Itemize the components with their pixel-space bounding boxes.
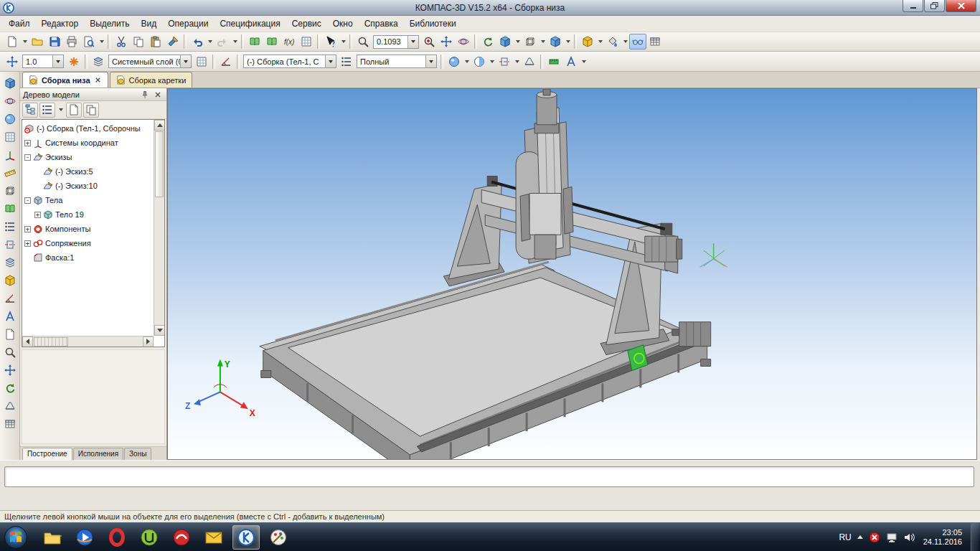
minimize-button[interactable] (903, 0, 923, 12)
zoom-scale-dropdown-icon[interactable] (407, 36, 418, 48)
undo-button[interactable] (189, 34, 206, 50)
orientation-sphere-button[interactable] (446, 54, 463, 70)
print-preview-button[interactable] (80, 34, 98, 50)
language-indicator[interactable]: RU (839, 532, 851, 542)
context-help-dropdown[interactable] (339, 34, 347, 50)
annotation-dropdown[interactable] (580, 54, 588, 70)
compact-arrays-button[interactable] (1, 128, 19, 145)
tree-item-assembly-root[interactable]: (-) Сборка (Тел-1, Сборочны (22, 121, 154, 136)
tree-item-sketch-10[interactable]: (-) Эскиз:10 (22, 179, 154, 193)
copy-button[interactable] (130, 34, 147, 50)
quick-measure-button[interactable] (545, 54, 562, 70)
model-appearance-button[interactable] (579, 34, 596, 50)
tree-horizontal-scrollbar[interactable] (22, 336, 154, 347)
open-document-button[interactable] (29, 34, 46, 50)
close-button[interactable] (946, 0, 976, 12)
annotation-button[interactable] (562, 54, 580, 70)
compact-specification-button[interactable] (1, 200, 19, 217)
compact-refresh-button[interactable] (1, 380, 19, 396)
compact-filters-button[interactable] (1, 182, 19, 199)
current-layer-dropdown-icon[interactable] (180, 55, 191, 67)
fill-color-dropdown[interactable] (621, 34, 629, 50)
context-help-button[interactable] (322, 34, 339, 50)
model-appearance-dropdown[interactable] (596, 34, 604, 50)
menu-file[interactable]: Файл (3, 17, 36, 31)
utorrent-taskbar-button[interactable] (136, 525, 163, 550)
cnc-machine-model[interactable] (260, 89, 711, 459)
fill-color-button[interactable] (604, 34, 621, 50)
spec-objects-button[interactable] (263, 34, 281, 50)
tree-item-coordinate-systems[interactable]: + Системы координат (22, 136, 154, 150)
refresh-image-button[interactable] (479, 34, 496, 50)
scroll-up-icon[interactable] (154, 120, 165, 131)
compact-dimensions-button[interactable] (1, 290, 19, 306)
compact-reports-button[interactable] (1, 218, 19, 235)
aimp-taskbar-button[interactable] (168, 525, 195, 550)
zoom-scale-combo[interactable]: 0.1093 (373, 35, 419, 49)
close-panel-button[interactable] (152, 89, 164, 100)
network-icon[interactable] (886, 532, 897, 543)
undo-dropdown[interactable] (206, 34, 214, 50)
start-button[interactable] (0, 523, 32, 551)
display-wireframe-dropdown[interactable] (539, 34, 547, 50)
layers-button[interactable] (90, 54, 107, 70)
compact-sketch-button[interactable] (1, 326, 19, 342)
angle-snap-button[interactable] (217, 54, 235, 70)
detail-level-dropdown-icon[interactable] (425, 55, 436, 67)
variables-table-button[interactable] (298, 34, 315, 50)
kompas-taskbar-button[interactable] (232, 525, 260, 550)
compact-edit-assembly-button[interactable] (1, 75, 19, 91)
spreadsheet-button[interactable] (646, 34, 664, 50)
display-wireframe-button[interactable] (522, 34, 539, 50)
menu-specification[interactable]: Спецификация (214, 17, 286, 31)
new-document-button[interactable] (4, 34, 21, 50)
menu-service[interactable]: Сервис (286, 17, 327, 31)
menu-view[interactable]: Вид (136, 17, 163, 31)
mail-taskbar-button[interactable] (200, 525, 227, 550)
tab-construction[interactable]: Построение (22, 448, 72, 460)
opera-taskbar-button[interactable] (103, 525, 131, 550)
section-view-dropdown[interactable] (513, 54, 521, 70)
media-player-taskbar-button[interactable] (71, 525, 98, 550)
compact-zoom-button[interactable] (1, 344, 19, 360)
compact-designations-button[interactable] (1, 308, 19, 324)
action-center-alert-icon[interactable] (869, 532, 880, 543)
orientation-dropdown[interactable] (514, 34, 522, 50)
tab-sborka-karetki[interactable]: Сборка каретки (110, 72, 193, 88)
tree-item-components[interactable]: + Компоненты (22, 222, 154, 236)
edited-object-dropdown-icon[interactable] (325, 55, 336, 67)
compact-spatial-curves-button[interactable] (1, 93, 19, 109)
compact-pan-button[interactable] (1, 362, 19, 378)
menu-edit[interactable]: Редактор (36, 17, 85, 31)
scroll-down-icon[interactable] (154, 325, 165, 336)
explorer-taskbar-button[interactable] (39, 525, 66, 550)
redo-dropdown[interactable] (231, 34, 239, 50)
print-preview-dropdown[interactable] (98, 34, 105, 50)
tree-item-body-19[interactable]: + Тело 19 (22, 207, 154, 222)
expander-icon[interactable]: + (24, 240, 31, 247)
expander-icon[interactable]: + (24, 226, 31, 232)
menu-help[interactable]: Справка (359, 17, 404, 31)
volume-icon[interactable] (903, 532, 915, 543)
display-shaded-button[interactable] (547, 34, 564, 50)
menu-select[interactable]: Выделить (84, 17, 135, 31)
tree-composition-button[interactable] (39, 103, 55, 118)
cursor-step-dropdown-icon[interactable] (52, 55, 63, 67)
layers-manage-button[interactable] (193, 54, 210, 70)
objects-list-button[interactable] (338, 54, 355, 70)
tree-item-sketch-5[interactable]: (-) Эскиз:5 (22, 164, 154, 179)
settings-button[interactable] (65, 54, 83, 70)
compact-auxiliary-geometry-button[interactable] (1, 146, 19, 163)
horizontal-scroll-thumb[interactable] (34, 337, 68, 347)
pin-panel-button[interactable] (139, 89, 151, 100)
compact-moldings-button[interactable] (1, 272, 19, 288)
compact-sheet-metal-button[interactable] (1, 254, 19, 270)
menu-libraries[interactable]: Библиотеки (404, 17, 462, 31)
expander-icon[interactable]: + (34, 212, 41, 218)
menu-operations[interactable]: Операции (162, 17, 214, 31)
simplified-display-button[interactable] (629, 34, 646, 50)
tab-versions[interactable]: Исполнения (73, 448, 123, 460)
hidden-icons-chevron-icon[interactable] (857, 535, 863, 539)
compact-perspective-button[interactable] (1, 397, 19, 414)
paste-button[interactable] (147, 34, 164, 50)
